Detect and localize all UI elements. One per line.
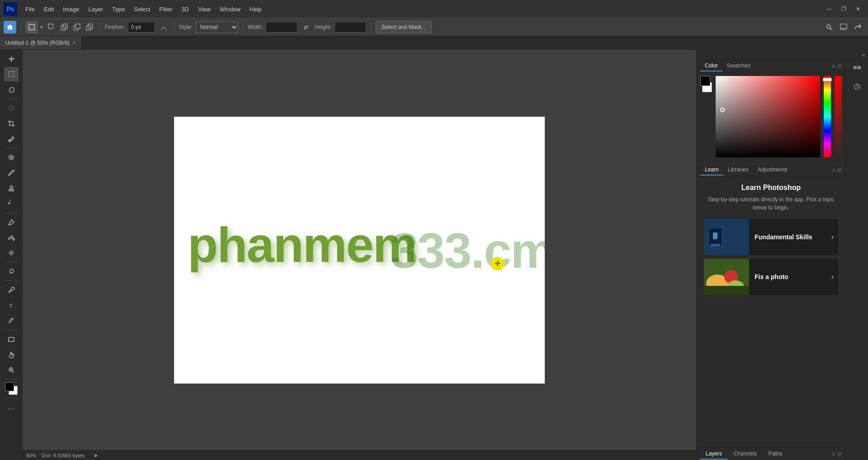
- separator-3: [174, 23, 175, 32]
- doc-tab-close[interactable]: ✕: [72, 40, 76, 45]
- select-tool[interactable]: [4, 67, 19, 81]
- status-expand-btn[interactable]: ▶: [90, 449, 103, 460]
- color-swatch[interactable]: [4, 381, 19, 396]
- dodge-tool[interactable]: [4, 264, 19, 279]
- pen-tool[interactable]: [4, 283, 19, 297]
- close-btn[interactable]: ✕: [852, 3, 864, 15]
- brush-tool[interactable]: [4, 166, 19, 180]
- tutorial-card-fundamental[interactable]: Fundamental Skills ›: [704, 219, 838, 255]
- tab-learn[interactable]: Learn: [700, 165, 723, 175]
- workspace-icon[interactable]: [837, 21, 850, 33]
- healing-tool[interactable]: [4, 150, 19, 165]
- move-tool[interactable]: [4, 52, 19, 66]
- tutorial-fix-arrow: ›: [831, 273, 838, 281]
- document-tab[interactable]: Untitled-1 @ 50% (RGB/8) ✕: [0, 36, 82, 49]
- hand-tool[interactable]: [4, 347, 19, 362]
- menu-type[interactable]: Type: [108, 4, 129, 14]
- intersect-selection-btn[interactable]: [84, 21, 95, 33]
- style-select[interactable]: Normal Fixed Ratio Fixed Size: [195, 21, 238, 33]
- bottom-panel-menu[interactable]: ≡: [832, 451, 835, 458]
- foreground-color-swatch[interactable]: [5, 382, 14, 391]
- main-area: T … phanmem 333.cm: [0, 50, 868, 460]
- sep-7: [5, 379, 18, 379]
- learn-panel-menu[interactable]: ≡: [832, 166, 835, 174]
- more-tools-btn[interactable]: …: [4, 400, 19, 414]
- blur-tool[interactable]: [4, 246, 19, 260]
- rect-select-tool[interactable]: [26, 21, 38, 33]
- learn-panel-expand[interactable]: ⊞: [837, 167, 842, 173]
- eyedropper-tool[interactable]: [4, 132, 19, 146]
- tab-adjustments[interactable]: Adjustments: [753, 165, 792, 175]
- menu-layer[interactable]: Layer: [84, 4, 108, 14]
- tab-paths[interactable]: Paths: [763, 449, 788, 460]
- history-tool[interactable]: [4, 196, 19, 211]
- path-select-tool[interactable]: [4, 313, 19, 328]
- menu-filter[interactable]: Filter: [155, 4, 177, 14]
- new-selection-btn[interactable]: [46, 21, 57, 33]
- paint-bucket-tool[interactable]: [4, 230, 19, 245]
- color-panel-expand[interactable]: ⊞: [837, 63, 842, 69]
- menu-edit[interactable]: Edit: [39, 4, 58, 14]
- home-button[interactable]: [4, 21, 16, 33]
- share-icon[interactable]: [852, 21, 864, 33]
- tutorial-card-fix-photo[interactable]: Fix a photo ›: [704, 259, 838, 295]
- stamp-tool[interactable]: [4, 181, 19, 195]
- tab-color[interactable]: Color: [700, 61, 722, 71]
- menu-3d[interactable]: 3D: [177, 4, 193, 14]
- tab-libraries[interactable]: Libraries: [723, 165, 753, 175]
- shape-tool[interactable]: [4, 332, 19, 346]
- canvas-content: phanmem 333.cm ✛: [23, 50, 696, 450]
- fg-color-indicator[interactable]: [700, 76, 710, 86]
- color-picker-area: [697, 72, 845, 164]
- collapse-icon[interactable]: «: [862, 51, 865, 58]
- eraser-tool[interactable]: [4, 215, 19, 229]
- subtract-selection-btn[interactable]: [71, 21, 83, 33]
- adjustment-panel-icon[interactable]: [849, 79, 865, 95]
- add-selection-btn[interactable]: [58, 21, 70, 33]
- menu-image[interactable]: Image: [58, 4, 84, 14]
- width-input[interactable]: [266, 22, 297, 33]
- color-gradient-picker[interactable]: [716, 76, 820, 157]
- svg-rect-2: [61, 26, 66, 30]
- select-mask-button[interactable]: Select and Mask...: [376, 21, 432, 33]
- tab-layers[interactable]: Layers: [700, 449, 727, 460]
- height-input[interactable]: [335, 22, 366, 33]
- canvas-document[interactable]: phanmem 333.cm ✛: [174, 117, 545, 384]
- hue-slider-thumb[interactable]: [823, 78, 832, 81]
- sep-6: [5, 330, 18, 330]
- svg-rect-1: [48, 24, 53, 28]
- refine-edge-btn[interactable]: [158, 21, 170, 33]
- opacity-slider[interactable]: [835, 76, 842, 157]
- color-panel-icon[interactable]: [849, 62, 865, 78]
- separator-1: [21, 23, 21, 32]
- search-icon[interactable]: [823, 21, 835, 33]
- bottom-panel-tabs: Layers Channels Paths ≡ ⊞: [697, 447, 845, 460]
- feather-input[interactable]: [128, 22, 155, 33]
- sep-3: [5, 213, 18, 213]
- restore-btn[interactable]: ❐: [837, 3, 850, 15]
- svg-rect-34: [711, 244, 720, 246]
- height-label: Height:: [315, 24, 332, 30]
- bottom-panel-expand-btn[interactable]: ⊞: [837, 451, 842, 457]
- zoom-tool[interactable]: [4, 363, 19, 377]
- minimize-btn[interactable]: ─: [823, 3, 835, 15]
- crop-tool[interactable]: [4, 116, 19, 131]
- sep-2: [5, 148, 18, 148]
- menu-help[interactable]: Help: [245, 4, 266, 14]
- tab-channels[interactable]: Channels: [728, 449, 762, 460]
- color-panel-menu[interactable]: ≡: [832, 62, 835, 70]
- quick-selection-tool[interactable]: [4, 101, 19, 115]
- menu-file[interactable]: File: [21, 4, 39, 14]
- separator-5: [371, 23, 371, 32]
- menu-window[interactable]: Window: [215, 4, 245, 14]
- select-dropdown[interactable]: ▼: [38, 21, 45, 33]
- menu-view[interactable]: View: [193, 4, 215, 14]
- lasso-tool[interactable]: [4, 82, 19, 97]
- separator-2: [100, 23, 100, 32]
- swap-dimensions-btn[interactable]: ⇄: [300, 21, 312, 33]
- tab-swatches[interactable]: Swatches: [722, 61, 755, 71]
- hue-slider-vertical[interactable]: [824, 76, 831, 157]
- menu-select[interactable]: Select: [129, 4, 155, 14]
- gradient-picker-handle[interactable]: [720, 108, 725, 112]
- text-tool[interactable]: T: [4, 298, 19, 313]
